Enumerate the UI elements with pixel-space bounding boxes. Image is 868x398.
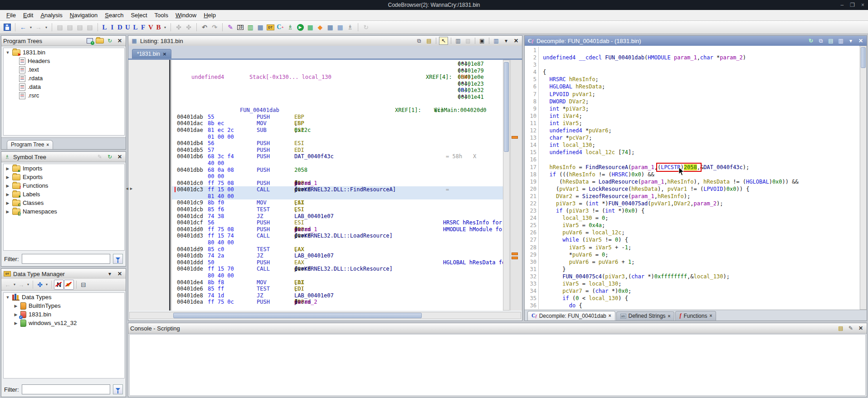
dtm-collapse-all-icon[interactable]: ⊟ (79, 280, 88, 289)
paste-special-icon[interactable]: ▤ (65, 23, 74, 32)
decomp-line[interactable]: 26 puVar6 = local_12c; (525, 229, 859, 236)
decomp-line[interactable]: 22 piVar3 = (int *)FUN_004075ad(pvVar1,D… (525, 200, 859, 207)
cursor-style-f-button[interactable]: F (140, 24, 146, 31)
decompile-export-icon[interactable]: ▤ (827, 37, 835, 44)
listing-row[interactable]: 00401dc0ff 75 08PUSHdword ptr [EBP + par… (172, 180, 503, 187)
symbol-filter-input[interactable] (22, 254, 111, 264)
cursor-style-i-button[interactable]: I (109, 24, 116, 31)
program-tree-tab-close-icon[interactable]: × (46, 142, 49, 147)
tree-item-data[interactable]: .data (4, 83, 124, 91)
decomp-line[interactable]: 30 puVar6 = puVar6 + 1; (525, 258, 859, 266)
decompile-options-dropdown-icon[interactable]: ▾ (847, 37, 855, 44)
listing-row[interactable]: 01 00 00 (172, 134, 503, 141)
edit-symbol-icon[interactable]: ✎ (96, 153, 104, 160)
cursor-style-b-button[interactable]: B (155, 24, 162, 31)
dtm-back-dropdown-icon[interactable]: ▾ (12, 280, 17, 289)
decompile-copy-icon[interactable]: ⧉ (817, 37, 825, 44)
dtm-menu-dropdown-icon[interactable]: ▾ (106, 270, 114, 277)
close-button[interactable]: × (861, 2, 864, 8)
decomp-line[interactable]: 5 HRSRC hResInfo; (525, 76, 859, 83)
new-tree-icon[interactable]: + (86, 37, 94, 44)
listing-close-icon[interactable]: ✕ (512, 37, 520, 44)
insert-bytes-icon[interactable]: ▤ (85, 23, 94, 32)
listing-row[interactable]: 00401dc98b f0MOVESI,EAX (172, 199, 503, 206)
decompile-close-icon[interactable]: ✕ (857, 37, 865, 44)
menu-search[interactable]: Search (101, 11, 127, 19)
decompile-options-icon[interactable]: ▥ (837, 37, 845, 44)
console-page-icon[interactable]: ▤ (837, 325, 845, 332)
listing-row[interactable]: 00401dcf56PUSHESIHRSRC hResInfo for (172, 219, 503, 226)
decomp-line[interactable]: 8 DWORD DVar2; (525, 98, 859, 105)
tree-item-builtintypes[interactable]: ▶BuiltInTypes (4, 301, 124, 310)
listing-row[interactable]: 00401dcd74 38JZLAB_00401e07 (172, 213, 503, 220)
bookmark-icon[interactable]: ◆ (316, 23, 325, 32)
split-icon[interactable]: ✤ (184, 23, 193, 32)
listing-row[interactable]: 00401dab55PUSHEBP (172, 114, 503, 121)
listing-row[interactable]: 00401dbb68 0a 08PUSH2058 (172, 167, 503, 174)
decomp-line[interactable]: 19 (hResData = LoadResource(param_1,hRes… (525, 178, 859, 185)
run-script-icon[interactable]: ▶ (296, 23, 305, 32)
listing-row[interactable]: 00401e32(R), (172, 87, 503, 94)
decomp-line[interactable]: 35 if (0 < local_130) { (525, 295, 859, 302)
dtm-filter-options-icon[interactable] (113, 384, 123, 394)
menu-tools[interactable]: Tools (151, 11, 172, 19)
cursor-style-v-button[interactable]: V (147, 24, 154, 31)
tree-item-labels[interactable]: ▶●Labels (4, 190, 124, 199)
menu-help[interactable]: Help (200, 11, 219, 19)
c-parser-icon[interactable]: C+ (276, 23, 285, 32)
listing-row[interactable]: 81 40 00 (172, 193, 503, 200)
expand-icon[interactable]: ▶ (14, 304, 18, 308)
decomp-line[interactable]: 28 iVar5 = iVar5 + -1; (525, 244, 859, 251)
program-tree-tab[interactable]: Program Tree × (7, 140, 53, 149)
forward-icon[interactable]: → (34, 23, 43, 32)
bottom-tab-decompile-fun-00401dab[interactable]: CfDecompile: FUN_00401dab× (527, 311, 615, 320)
listing-paste-icon[interactable]: ▤ (425, 37, 433, 44)
decomp-line[interactable]: 12 undefined4 *puVar6; (525, 127, 859, 134)
decomp-line[interactable]: 11 int iVar5; (525, 120, 859, 127)
listing-view-icon[interactable]: ▦ (256, 23, 265, 32)
tree-item-text[interactable]: .text (4, 65, 124, 74)
cursor-style-l1-button[interactable]: L (101, 24, 108, 31)
listing-row[interactable]: 80 40 00 (172, 272, 503, 279)
expand-icon[interactable]: ▶ (5, 209, 10, 214)
tree-item-exports[interactable]: ▶Exports (4, 173, 124, 181)
listing-row[interactable]: 00401dac8b ecMOVEBP,ESP (172, 120, 503, 127)
expand-icon[interactable]: ▶ (5, 166, 10, 171)
decomp-line[interactable]: 27 while (iVar5 != 0) { (525, 236, 859, 243)
listing-row[interactable]: 00401de48b f8MOVEDI,EAX (172, 279, 503, 286)
listing-options-icon[interactable]: ▥ (492, 37, 500, 44)
tree-item-windows-vs12-32[interactable]: ▶windows_vs12_32 (4, 319, 124, 327)
copy-special-icon[interactable]: ▤ (75, 23, 84, 32)
bookmark-marker[interactable] (512, 252, 518, 255)
expand-icon[interactable]: ▶ (5, 192, 10, 197)
listing-options-dropdown-icon[interactable]: ▾ (502, 37, 510, 44)
decomp-line[interactable]: 31 } (525, 266, 859, 273)
listing-tab-close-icon[interactable]: ✕ (163, 52, 166, 57)
program-trees-close-icon[interactable]: ✕ (116, 37, 124, 44)
listing-row[interactable]: 00401deaff 75 0cPUSHdword ptr [EBP + par… (172, 299, 503, 306)
listing-row[interactable]: 00401e87(*), (172, 61, 503, 68)
tree-item-Headers[interactable]: Headers (4, 57, 124, 65)
listing-row[interactable]: 00401db668 3c f4PUSHDAT_0040f43c= 58hX (172, 153, 503, 160)
console-edit-icon[interactable]: ✎ (847, 325, 855, 332)
bottom-tab-functions[interactable]: fFunctions× (675, 311, 716, 320)
back-dropdown-icon[interactable]: ▾ (29, 23, 33, 32)
expand-icon[interactable]: ▶ (5, 175, 10, 180)
bookmark-marker[interactable] (512, 257, 518, 259)
listing-vertical-scrollbar[interactable] (503, 60, 510, 311)
decomp-line[interactable]: 13 char *pcVar7; (525, 134, 859, 141)
listing-row[interactable]: 00401de874 1dJZLAB_00401e07 (172, 292, 503, 299)
decomp-line[interactable]: 25 iVar5 = 0x4a; (525, 222, 859, 229)
table-chooser-icon[interactable]: ▦ (326, 23, 335, 32)
dtm-close-icon[interactable]: ✕ (116, 270, 124, 277)
filter-options-icon[interactable] (113, 254, 123, 264)
dtm-filter-pointers-icon[interactable]: ☛ (64, 280, 74, 290)
diff-view-icon[interactable]: ▧ (464, 37, 472, 44)
minimize-button[interactable]: – (841, 2, 844, 8)
listing-row[interactable]: 00401dae81 ec 2cSUBESP,0x12c (172, 127, 503, 134)
decompile-refresh-icon[interactable]: ↻ (807, 37, 815, 44)
call-tree-icon[interactable]: ♗ (346, 23, 355, 32)
console-output[interactable] (129, 334, 866, 396)
listing-row[interactable]: 00401dc3ff 15 00CALLdword ptr [->KERNEL3… (172, 186, 503, 193)
listing-row[interactable]: 00401dd3ff 15 74CALLdword ptr [->KERNEL3… (172, 233, 503, 239)
